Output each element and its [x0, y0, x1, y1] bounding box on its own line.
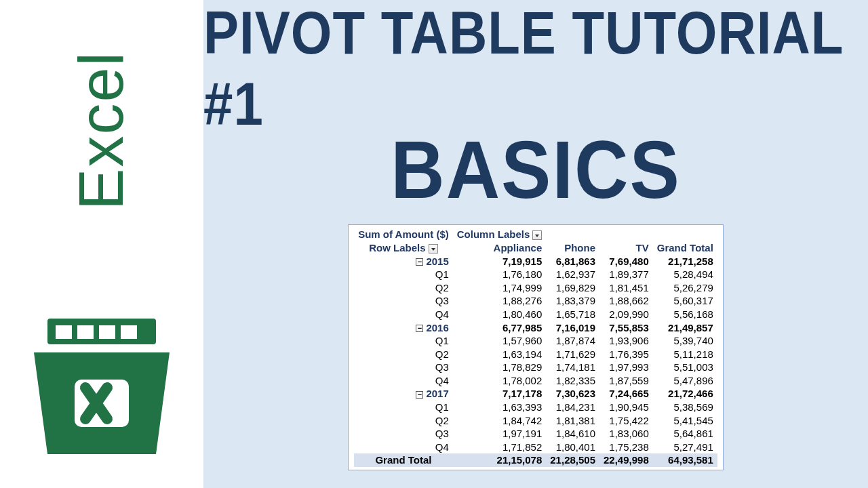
cell: 5,27,491: [653, 441, 717, 454]
year-row-2016[interactable]: −2016 6,77,985 7,16,019 7,55,853 21,49,8…: [354, 321, 717, 334]
q-label: Q4: [354, 374, 453, 388]
row-labels-cell[interactable]: Row Labels: [354, 241, 453, 255]
excel-wordmark: Excel: [66, 51, 137, 210]
table-row: Q11,63,3931,84,2311,90,9455,38,569: [354, 401, 717, 414]
cell: 5,38,569: [653, 401, 717, 414]
cell: 7,16,019: [546, 321, 599, 334]
right-panel: PIVOT TABLE TUTORIAL #1 BASICS Sum of Am…: [203, 0, 868, 488]
page-title-line2: BASICS: [391, 122, 681, 217]
cell: 1,78,829: [453, 361, 547, 374]
cell: 5,28,494: [653, 268, 717, 281]
cell: 21,72,466: [653, 387, 717, 401]
table-row: Q41,80,4601,65,7182,09,9905,56,168: [354, 308, 717, 321]
page-title-line1: PIVOT TABLE TUTORIAL #1: [203, 0, 868, 140]
q-label: Q2: [354, 281, 453, 294]
cell: 1,82,335: [546, 374, 599, 388]
q-label: Q3: [354, 361, 453, 374]
table-row: Q31,88,2761,83,3791,88,6625,60,317: [354, 294, 717, 308]
cell: 7,19,915: [453, 254, 547, 268]
cell: 64,93,581: [653, 453, 717, 467]
col-phone[interactable]: Phone: [546, 241, 599, 255]
col-tv[interactable]: TV: [599, 241, 653, 255]
cell: 1,81,381: [546, 413, 599, 427]
cell: 5,60,317: [653, 294, 717, 308]
cell: 1,84,610: [546, 427, 599, 441]
cell: 1,57,960: [453, 334, 547, 348]
cell: 21,28,505: [546, 453, 599, 467]
col-appliance[interactable]: Appliance: [453, 241, 547, 255]
cell: 5,39,740: [653, 334, 717, 348]
cell: 1,80,401: [546, 441, 599, 454]
row-labels-text: Row Labels: [369, 242, 425, 253]
pivot-table: Sum of Amount ($) Column Labels Row Labe…: [354, 228, 717, 467]
table-row: Q11,76,1801,62,9371,89,3775,28,494: [354, 268, 717, 281]
cell: 5,11,218: [653, 347, 717, 361]
cell: 1,76,395: [599, 347, 653, 361]
q-label: Q3: [354, 427, 453, 441]
cell: 1,80,460: [453, 308, 547, 321]
cell: 7,55,853: [599, 321, 653, 334]
cell: 1,83,060: [599, 427, 653, 441]
cell: 1,74,999: [453, 281, 547, 294]
cell: 7,30,623: [546, 387, 599, 401]
cell: 1,89,377: [599, 268, 653, 281]
cell: 1,76,180: [453, 268, 547, 281]
svg-rect-4: [121, 325, 137, 339]
cell: 1,83,379: [546, 294, 599, 308]
cell: 1,88,662: [599, 294, 653, 308]
table-row: Q31,78,8291,74,1811,97,9935,51,003: [354, 361, 717, 374]
cell: 1,97,191: [453, 427, 547, 441]
cell: 5,64,861: [653, 427, 717, 441]
grand-total-row: Grand Total 21,15,078 21,28,505 22,49,99…: [354, 453, 717, 467]
q-label: Q1: [354, 334, 453, 348]
pivot-header-row-1: Sum of Amount ($) Column Labels: [354, 228, 717, 241]
cell: 7,69,480: [599, 254, 653, 268]
cell: 1,75,238: [599, 441, 653, 454]
row-labels-dropdown-icon[interactable]: [429, 244, 438, 253]
cell: 22,49,998: [599, 453, 653, 467]
cell: 1,63,393: [453, 401, 547, 414]
q-label: Q1: [354, 268, 453, 281]
grand-total-label: Grand Total: [354, 453, 453, 467]
table-row: Q11,57,9601,87,8741,93,9065,39,740: [354, 334, 717, 348]
cell: 1,90,945: [599, 401, 653, 414]
cell: 1,65,718: [546, 308, 599, 321]
cell: 1,81,451: [599, 281, 653, 294]
cell: 1,78,002: [453, 374, 547, 388]
column-labels-cell[interactable]: Column Labels: [453, 228, 547, 241]
cell: 1,84,742: [453, 413, 547, 427]
table-row: Q41,78,0021,82,3351,87,5595,47,896: [354, 374, 717, 388]
cell: 1,71,629: [546, 347, 599, 361]
measure-label: Sum of Amount ($): [354, 228, 453, 241]
cell: 1,69,829: [546, 281, 599, 294]
year-row-2015[interactable]: −2015 7,19,915 6,81,863 7,69,480 21,71,2…: [354, 254, 717, 268]
cell: 21,71,258: [653, 254, 717, 268]
year-label: 2016: [426, 322, 448, 333]
table-row: Q41,71,8521,80,4011,75,2385,27,491: [354, 441, 717, 454]
table-row: Q31,97,1911,84,6101,83,0605,64,861: [354, 427, 717, 441]
cell: 21,15,078: [453, 453, 547, 467]
cell: 7,17,178: [453, 387, 547, 401]
table-row: Q21,63,1941,71,6291,76,3955,11,218: [354, 347, 717, 361]
column-labels-text: Column Labels: [457, 228, 530, 240]
pivot-table-container: Sum of Amount ($) Column Labels Row Labe…: [348, 224, 724, 470]
svg-rect-1: [56, 325, 72, 339]
svg-rect-3: [99, 325, 115, 339]
cell: 1,88,276: [453, 294, 547, 308]
collapse-icon[interactable]: −: [416, 258, 423, 266]
column-labels-dropdown-icon[interactable]: [532, 230, 542, 240]
collapse-icon[interactable]: −: [416, 325, 423, 332]
cell: 5,56,168: [653, 308, 717, 321]
q-label: Q2: [354, 347, 453, 361]
cell: 1,62,937: [546, 268, 599, 281]
cell: 6,81,863: [546, 254, 599, 268]
cell: 1,71,852: [453, 441, 547, 454]
year-row-2017[interactable]: −2017 7,17,178 7,30,623 7,24,665 21,72,4…: [354, 387, 717, 401]
collapse-icon[interactable]: −: [416, 391, 423, 399]
cell: 21,49,857: [653, 321, 717, 334]
cell: 5,41,545: [653, 413, 717, 427]
left-panel: Excel: [0, 0, 203, 488]
cell: 1,84,231: [546, 401, 599, 414]
cell: 7,24,665: [599, 387, 653, 401]
table-row: Q21,84,7421,81,3811,75,4225,41,545: [354, 413, 717, 427]
